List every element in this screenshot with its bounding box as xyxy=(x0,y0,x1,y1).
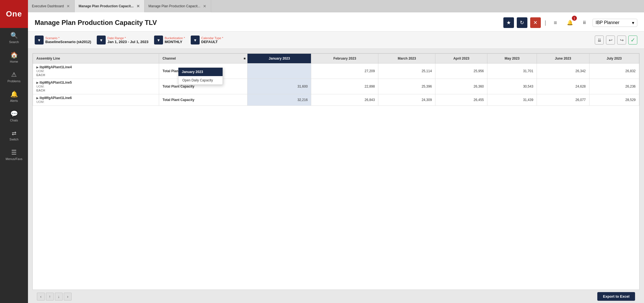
sidebar-label-switch: Switch xyxy=(10,138,18,141)
col-header-assembly-line: Assembly Line xyxy=(33,54,159,64)
tab-executive-dashboard[interactable]: Executive Dashboard ✕ xyxy=(28,0,75,12)
calendar-type-label: Calendar Type * xyxy=(201,36,223,40)
open-daily-capacity-label: Open Daily Capacity xyxy=(182,78,213,82)
star-button[interactable]: ★ xyxy=(503,17,514,28)
chevron-down-icon: ▾ xyxy=(632,20,634,25)
chat-icon: 💬 xyxy=(10,110,18,118)
scenario-label-group: Scenario * BaselineScenario (sk2012) xyxy=(45,36,91,44)
apr2023-cell-row1: 25,956 xyxy=(435,64,487,79)
calendar-type-value: DEFAULT xyxy=(201,40,223,44)
date-range-filter: ▾ Date Range * Jan 1, 2023 - Jul 1, 2023 xyxy=(97,36,148,44)
jun2023-cell-row3: 26,077 xyxy=(537,94,589,106)
sidebar-label-search: Search xyxy=(9,40,19,44)
tab-close-manage1[interactable]: ✕ xyxy=(136,4,140,8)
jan2023-cell-row3: 32,216 xyxy=(247,94,311,106)
tab-label-manage2: Manage Plan Production Capacit... xyxy=(148,4,200,8)
tab-label-executive: Executive Dashboard xyxy=(32,4,64,8)
sidebar-label-problems: Problems xyxy=(8,79,20,83)
tab-close-manage2[interactable]: ✕ xyxy=(202,4,207,8)
col-header-jan2023: January 2023 xyxy=(247,54,311,64)
row-arrow-1[interactable]: ▶ xyxy=(36,66,39,69)
sidebar-item-menus[interactable]: ☰ Menus/Favs xyxy=(0,145,28,165)
feb2023-cell-row2: 22,898 xyxy=(311,79,378,94)
jun2023-cell-row2: 24,628 xyxy=(537,79,589,94)
bucketization-filter: ▾ Bucketization * MONTHLY xyxy=(154,36,185,44)
sidebar-item-chats[interactable]: 💬 Chats xyxy=(0,106,28,126)
channel-cell-3: Total Plant Capacity xyxy=(159,94,247,106)
col-header-jul2023: July 2023 xyxy=(589,54,639,64)
channel-collapse-icon[interactable]: ■ xyxy=(244,57,246,60)
table-row: ▶ ibpMfgAPlant1Line6 UOM: Total Plant Ca… xyxy=(33,94,639,106)
role-name: IBP Planner xyxy=(596,20,619,25)
bucketization-label: Bucketization * xyxy=(165,36,185,40)
warning-icon: ⚠ xyxy=(11,71,17,78)
sidebar-item-alerts[interactable]: 🔔 Alerts xyxy=(0,87,28,106)
bucketization-label-group: Bucketization * MONTHLY xyxy=(165,36,185,44)
redo-btn[interactable]: ↪ xyxy=(617,36,626,44)
scenario-label: Scenario * xyxy=(45,36,91,40)
refresh-button[interactable]: ↻ xyxy=(517,17,527,28)
notification-badge: 1 xyxy=(572,16,577,21)
sidebar-item-search[interactable]: 🔍 Search xyxy=(0,28,28,48)
app-logo[interactable]: One xyxy=(0,0,28,28)
scenario-dropdown-btn[interactable]: ▾ xyxy=(35,36,44,44)
col-header-may2023: May 2023 xyxy=(487,54,537,64)
expand-btn[interactable]: ⇊ xyxy=(595,36,604,44)
role-selector[interactable]: IBP Planner ▾ xyxy=(593,19,637,27)
refresh-icon: ↻ xyxy=(520,20,524,26)
may2023-cell-row1: 31,701 xyxy=(487,64,537,79)
tab-close-executive[interactable]: ✕ xyxy=(66,4,70,8)
menus-icon: ☰ xyxy=(11,149,17,156)
tab-manage-plan-2[interactable]: Manage Plan Production Capacit... ✕ xyxy=(145,0,211,12)
page-header: Manage Plan Production Capacity TLV ★ ↻ … xyxy=(28,12,644,32)
open-daily-capacity-item[interactable]: Open Daily Capacity xyxy=(178,76,223,84)
tab-label-manage1: Manage Plan Production Capacit... xyxy=(79,4,134,8)
sidebar-item-switch[interactable]: ⇄ Switch xyxy=(0,126,28,145)
header-actions: ★ ↻ ✕ | ≡ 🔔 1 ii IBP Planner ▾ xyxy=(503,17,637,28)
confirm-btn[interactable]: ✓ xyxy=(628,36,637,44)
sidebar-label-home: Home xyxy=(10,60,18,63)
sidebar-item-problems[interactable]: ⚠ Problems xyxy=(0,67,28,87)
sidebar: One 🔍 Search 🏠 Home ⚠ Problems 🔔 Alerts … xyxy=(0,0,28,303)
table-row: ▶ ibpMfgAPlant1Line4 UOM: EACH Total Pla… xyxy=(33,64,639,79)
main-content: Executive Dashboard ✕ Manage Plan Produc… xyxy=(28,0,644,303)
undo-btn[interactable]: ↩ xyxy=(606,36,615,44)
menu-icon-button[interactable]: ≡ xyxy=(550,17,561,28)
tab-manage-plan-1[interactable]: Manage Plan Production Capacit... ✕ xyxy=(75,0,145,12)
feb2023-cell-row3: 26,843 xyxy=(311,94,378,106)
table-container: Assembly Line Channel ■ January 2023 Feb… xyxy=(28,49,644,303)
filter-actions: ⇊ ↩ ↪ ✓ xyxy=(595,36,637,44)
filters-bar: ▾ Scenario * BaselineScenario (sk2012) ▾… xyxy=(28,32,644,49)
info-button[interactable]: ii xyxy=(579,17,590,28)
may2023-cell-row2: 30,543 xyxy=(487,79,537,94)
jul2023-cell-row1: 26,832 xyxy=(589,64,639,79)
jun2023-cell-row1: 26,342 xyxy=(537,64,589,79)
navigation-buttons: ‹ ↑ ↓ › xyxy=(37,293,72,300)
mar2023-cell-row3: 24,309 xyxy=(378,94,435,106)
col-header-feb2023: February 2023 xyxy=(311,54,378,64)
row-arrow-2[interactable]: ▶ xyxy=(36,81,39,84)
assembly-line-cell-2: ▶ ibpMfgAPlant1Line5 UOM: EACH xyxy=(33,79,159,94)
nav-next-btn[interactable]: › xyxy=(64,293,72,300)
close-page-button[interactable]: ✕ xyxy=(530,17,541,28)
sidebar-label-menus: Menus/Favs xyxy=(6,157,22,161)
capacity-table: Assembly Line Channel ■ January 2023 Feb… xyxy=(33,53,639,106)
may2023-cell-row3: 31,439 xyxy=(487,94,537,106)
nav-prev-btn[interactable]: ‹ xyxy=(37,293,45,300)
nav-up-btn[interactable]: ↑ xyxy=(46,293,54,300)
jan2023-cell-row2: 31,600 xyxy=(247,79,311,94)
mar2023-cell-row1: 25,114 xyxy=(378,64,435,79)
row-arrow-3[interactable]: ▶ xyxy=(36,97,39,100)
nav-down-btn[interactable]: ↓ xyxy=(55,293,63,300)
scenario-value: BaselineScenario (sk2012) xyxy=(45,40,91,44)
bucketization-dropdown-btn[interactable]: ▾ xyxy=(154,36,163,44)
export-to-excel-button[interactable]: Export to Excel xyxy=(597,292,635,301)
separator-1: | xyxy=(545,20,546,26)
date-range-value: Jan 1, 2023 - Jul 1, 2023 xyxy=(107,40,148,44)
jan2023-cell-row1 xyxy=(247,64,311,79)
date-range-dropdown-btn[interactable]: ▾ xyxy=(97,36,106,44)
sidebar-item-home[interactable]: 🏠 Home xyxy=(0,48,28,67)
table-wrapper[interactable]: Assembly Line Channel ■ January 2023 Feb… xyxy=(32,53,640,290)
tab-bar: Executive Dashboard ✕ Manage Plan Produc… xyxy=(28,0,644,12)
calendar-type-dropdown-btn[interactable]: ▾ xyxy=(191,36,200,44)
